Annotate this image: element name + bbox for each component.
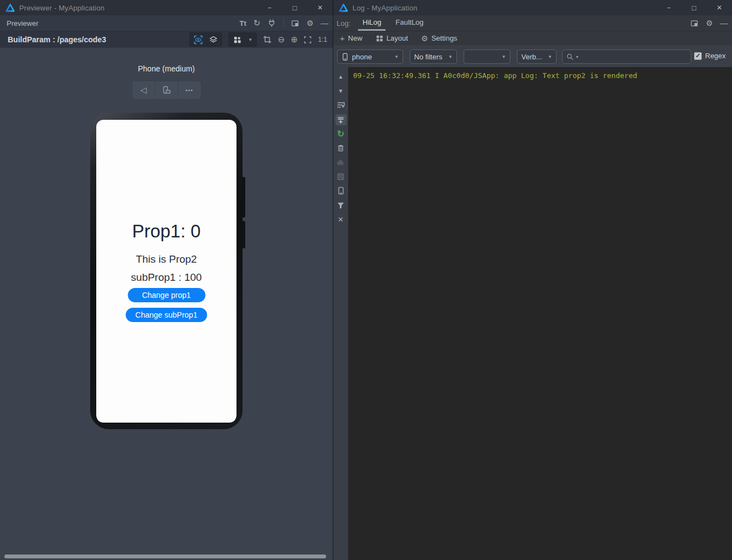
zoom-out-icon[interactable]: ⊖ <box>278 35 285 45</box>
search-history-arrow-icon[interactable]: ▼ <box>575 55 579 59</box>
device-log-button[interactable] <box>335 186 346 196</box>
rotate-device-button[interactable] <box>155 81 178 99</box>
more-options-button[interactable]: ••• <box>178 81 201 99</box>
gear-icon: ⚙ <box>421 34 428 43</box>
inspect-button[interactable] <box>191 34 205 45</box>
new-label: New <box>348 34 362 42</box>
fit-to-screen-icon[interactable] <box>304 36 312 44</box>
previewer-titlebar: Previewer - MyApplication − □ ✕ <box>0 0 333 15</box>
eye-focus-icon <box>194 35 203 45</box>
chevron-down-icon: ▼ <box>502 54 506 59</box>
one-to-one-button[interactable]: 1:1 <box>318 36 327 43</box>
panel-layout-icon[interactable] <box>690 19 698 27</box>
gear-icon[interactable]: ⚙ <box>706 19 713 27</box>
gear-icon[interactable]: ⚙ <box>306 19 313 27</box>
close-log-button[interactable]: ✕ <box>335 214 346 224</box>
log-toolbar: + New Layout ⚙ Settings <box>333 31 732 45</box>
scroll-down-icon: ▼ <box>338 88 344 94</box>
log-filter-bar: phone ▼ No filters ▼ ▼ Verb... ▼ ▼ ✓ <box>333 45 732 67</box>
regex-toggle[interactable]: ✓ Regex <box>694 52 726 60</box>
log-tab-icons: ⚙ — <box>690 15 728 31</box>
filters-select[interactable]: No filters ▼ <box>410 49 457 64</box>
build-param-bar: BuildParam : /pages/code3 <box>0 31 333 48</box>
grid-mode-group[interactable]: ▼ <box>228 32 257 47</box>
filter-button[interactable] <box>335 200 346 210</box>
grid-dropdown-arrow[interactable]: ▼ <box>246 34 255 45</box>
close-icon: ✕ <box>338 215 344 224</box>
restart-session-button[interactable]: ↻ <box>335 129 346 138</box>
log-tab-row: Log: HiLog FaultLog ⚙ — <box>333 15 732 31</box>
preview-canvas: Phone (medium) ◁ ••• Prop1: 0 This is Pr… <box>0 48 333 560</box>
hide-panel-icon[interactable]: — <box>321 19 328 27</box>
scroll-to-end-button[interactable] <box>335 114 346 125</box>
refresh-icon[interactable]: ↻ <box>254 18 261 28</box>
phone-icon <box>342 53 349 61</box>
filter-icon <box>337 201 345 209</box>
previewer-tab-row: Previewer Tt ↻ ⚙ — <box>0 15 333 31</box>
restart-icon: ↻ <box>337 129 344 139</box>
new-button[interactable]: + New <box>340 34 362 43</box>
chevron-down-icon: ▼ <box>394 54 399 59</box>
log-level-value: Verb... <box>521 53 544 61</box>
preview-toolbar-icons: ▼ ⊖ ⊕ 1:1 <box>189 32 327 47</box>
previewer-window: Previewer - MyApplication − □ ✕ Previewe… <box>0 0 333 560</box>
log-content: ▲ ▼ ↻ <box>333 67 732 560</box>
log-prefix-label: Log: <box>337 15 350 31</box>
search-input[interactable] <box>580 50 687 63</box>
device-control-group: ◁ ••• <box>133 81 201 99</box>
back-icon: ◁ <box>140 85 147 95</box>
cloud-button[interactable] <box>335 157 346 167</box>
log-search-box[interactable]: ▼ <box>562 49 691 64</box>
zoom-in-icon[interactable]: ⊕ <box>291 35 298 45</box>
back-button[interactable]: ◁ <box>133 81 155 99</box>
hide-panel-icon[interactable]: — <box>720 19 728 27</box>
minimize-button[interactable]: − <box>656 0 681 15</box>
plug-icon[interactable] <box>267 19 276 27</box>
plus-icon: + <box>340 34 345 43</box>
window-controls: − □ ✕ <box>257 0 333 15</box>
module-select[interactable]: ▼ <box>464 49 510 64</box>
grid-view-button[interactable] <box>230 34 244 45</box>
scroll-to-end-icon <box>337 116 345 124</box>
deveco-logo-icon <box>5 3 15 13</box>
device-label: Phone (medium) <box>0 64 333 73</box>
clear-log-button[interactable] <box>335 143 346 153</box>
log-window: Log - MyApplication − □ ✕ Log: HiLog Fau… <box>333 0 732 560</box>
soft-wrap-icon <box>337 101 345 109</box>
soft-wrap-button[interactable] <box>335 100 346 110</box>
search-icon <box>566 53 574 61</box>
window-title: Previewer - MyApplication <box>19 4 104 12</box>
filters-select-value: No filters <box>414 53 445 61</box>
device-select[interactable]: phone ▼ <box>337 49 403 64</box>
maximize-button[interactable]: □ <box>681 0 707 15</box>
subprop1-text: subProp1 : 100 <box>131 271 202 284</box>
minimize-button[interactable]: − <box>257 0 282 15</box>
log-output-panel[interactable]: 09-25 16:32:49.361 I A0c0d0/JSApp: app L… <box>348 67 732 560</box>
panel-layout-icon[interactable] <box>291 19 299 27</box>
build-param-label: BuildParam : /pages/code3 <box>8 35 106 44</box>
log-level-select[interactable]: Verb... ▼ <box>517 49 557 64</box>
scroll-down-button[interactable]: ▼ <box>335 86 346 96</box>
layout-label: Layout <box>387 34 408 42</box>
layers-icon <box>209 35 218 44</box>
layout-button[interactable]: Layout <box>376 34 408 42</box>
font-settings-icon[interactable]: Tt <box>240 19 246 27</box>
settings-button[interactable]: ⚙ Settings <box>421 34 458 43</box>
chevron-down-icon: ▼ <box>248 37 252 42</box>
tab-previewer[interactable]: Previewer <box>7 19 38 27</box>
tab-faultlog[interactable]: FaultLog <box>391 15 428 31</box>
inspector-toggle-group <box>189 32 222 47</box>
save-log-button[interactable] <box>335 171 346 181</box>
tab-hilog[interactable]: HiLog <box>358 15 386 31</box>
log-side-toolbar: ▲ ▼ ↻ <box>333 67 348 560</box>
regex-checkbox[interactable]: ✓ <box>694 52 702 60</box>
crop-icon[interactable] <box>263 35 272 44</box>
close-button[interactable]: ✕ <box>307 0 333 15</box>
maximize-button[interactable]: □ <box>282 0 307 15</box>
change-subprop1-button[interactable]: Change subProp1 <box>125 308 207 322</box>
change-prop1-button[interactable]: Change prop1 <box>128 288 205 302</box>
layers-button[interactable] <box>207 34 220 45</box>
scroll-up-button[interactable]: ▲ <box>335 71 346 81</box>
horizontal-scrollbar[interactable] <box>4 555 326 558</box>
close-button[interactable]: ✕ <box>707 0 732 15</box>
